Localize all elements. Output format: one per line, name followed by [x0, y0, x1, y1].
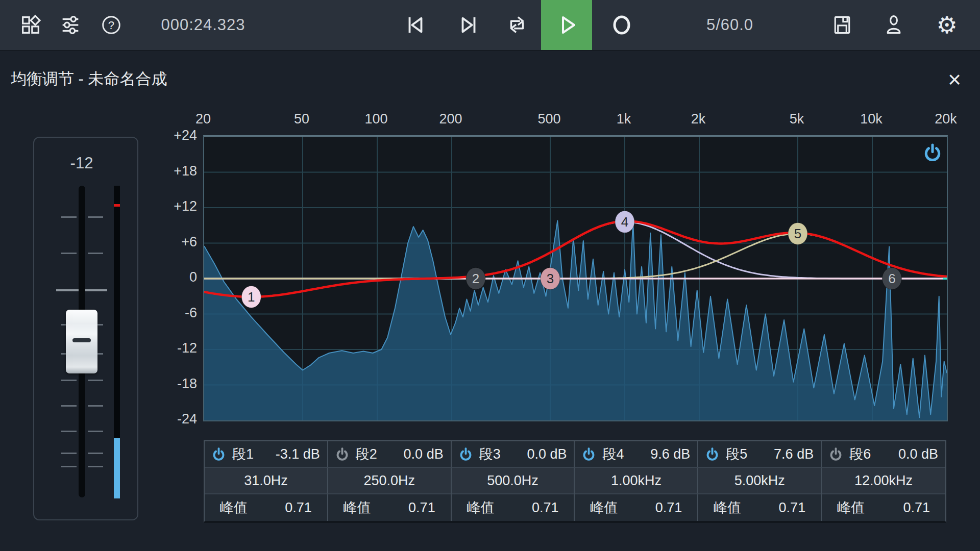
svg-text:6: 6 — [888, 271, 895, 286]
band-5-q[interactable]: 峰值0.71 — [698, 494, 822, 521]
band-5-header[interactable]: 段57.6 dB — [698, 441, 822, 468]
fader-tick — [88, 453, 103, 454]
skip-to-end-button[interactable] — [450, 0, 487, 50]
band-4-frequency[interactable]: 1.00kHz — [575, 468, 698, 494]
band-6-header[interactable]: 段60.0 dB — [822, 441, 945, 468]
band-5-handle[interactable]: 5 — [788, 222, 807, 244]
band-label: 段3 — [479, 445, 501, 463]
band-6-handle[interactable]: 6 — [882, 268, 901, 290]
meter-peak-marker — [114, 204, 120, 207]
fader-tick — [85, 289, 107, 291]
eq-power-icon[interactable] — [923, 143, 942, 162]
band-gain-value: 0.0 dB — [404, 446, 444, 462]
fader-tick — [56, 289, 79, 291]
x-tick-label: 2k — [691, 110, 706, 128]
loop-button[interactable] — [499, 0, 535, 50]
band-power-icon — [335, 447, 349, 461]
user-icon[interactable] — [875, 0, 912, 50]
y-tick-label: -12 — [148, 340, 197, 356]
fader-tick — [88, 380, 103, 381]
band-frequency-value: 250.0Hz — [363, 473, 415, 489]
band-4-handle[interactable]: 4 — [615, 211, 634, 233]
x-tick-label: 100 — [364, 110, 387, 128]
dashboard-grid-icon[interactable] — [12, 0, 49, 50]
band-2-frequency[interactable]: 250.0Hz — [328, 468, 452, 494]
tempo-display[interactable]: 5/60.0 — [679, 0, 781, 50]
band-1-q[interactable]: 峰值0.71 — [205, 494, 328, 521]
band-3-frequency[interactable]: 500.0Hz — [452, 468, 575, 494]
band-power-icon — [212, 447, 226, 461]
y-tick-label: +24 — [148, 128, 197, 143]
help-icon[interactable]: ? — [93, 0, 130, 50]
band-2-handle[interactable]: 2 — [466, 268, 485, 290]
band-6-frequency[interactable]: 12.00kHz — [822, 468, 945, 494]
band-q-value: 0.71 — [779, 500, 806, 516]
play-button[interactable] — [541, 0, 592, 50]
y-tick-label: 0 — [148, 269, 197, 285]
band-q-value: 0.71 — [532, 500, 559, 516]
skip-to-start-button[interactable] — [397, 0, 434, 50]
x-tick-label: 500 — [537, 110, 560, 128]
svg-text:?: ? — [108, 19, 114, 32]
y-tick-label: -18 — [148, 376, 197, 391]
band-power-icon — [459, 447, 473, 461]
svg-text:3: 3 — [547, 271, 554, 286]
fader-tick — [61, 380, 77, 381]
svg-text:4: 4 — [621, 214, 628, 230]
save-icon[interactable] — [824, 0, 861, 50]
settings-gear-icon[interactable]: ⚙ — [928, 0, 965, 50]
band-4-q[interactable]: 峰值0.71 — [575, 494, 698, 521]
curve-endpoint-tick — [943, 278, 947, 280]
fader-tick — [88, 431, 103, 432]
x-tick-label: 20k — [935, 110, 957, 128]
band-gain-value: 7.6 dB — [774, 446, 814, 462]
band-1-frequency[interactable]: 31.0Hz — [205, 468, 328, 494]
band-1-header[interactable]: 段1-3.1 dB — [205, 441, 328, 468]
band-3-header[interactable]: 段30.0 dB — [452, 441, 575, 468]
svg-text:1: 1 — [248, 289, 255, 305]
band-q-value: 0.71 — [903, 500, 930, 516]
band-1-handle[interactable]: 1 — [241, 286, 261, 308]
fader-handle[interactable] — [66, 310, 97, 373]
fader-tick — [61, 431, 77, 432]
close-icon[interactable]: × — [939, 64, 970, 95]
x-tick-label: 1k — [617, 110, 631, 128]
fader-tick — [61, 253, 77, 254]
x-tick-label: 20 — [195, 110, 211, 128]
band-5-frequency[interactable]: 5.00kHz — [698, 468, 822, 494]
eq-frequency-graph[interactable]: 123456 — [203, 135, 948, 421]
band-4-header[interactable]: 段49.6 dB — [575, 441, 698, 468]
band-power-icon — [582, 447, 596, 461]
band-power-icon — [829, 447, 843, 461]
band-q-label: 峰值 — [837, 498, 865, 517]
fader-tick — [88, 405, 103, 407]
band-label: 段6 — [849, 445, 871, 463]
x-tick-label: 50 — [294, 110, 309, 128]
record-button[interactable] — [603, 0, 640, 50]
band-q-label: 峰值 — [590, 498, 618, 517]
fader-tick — [88, 253, 103, 254]
band-label: 段1 — [232, 445, 254, 463]
toolbar: ? 000:24.323 — [0, 0, 980, 51]
band-6-q[interactable]: 峰值0.71 — [822, 494, 945, 521]
band-q-value: 0.71 — [655, 500, 682, 516]
band-3-q[interactable]: 峰值0.71 — [452, 494, 575, 521]
sliders-icon[interactable] — [52, 0, 89, 50]
x-tick-label: 200 — [439, 110, 462, 128]
band-gain-value: 0.0 dB — [527, 446, 567, 462]
fader-tick — [61, 453, 77, 454]
x-tick-label: 10k — [860, 110, 883, 128]
fader-tick — [88, 216, 103, 218]
y-tick-label: -24 — [148, 411, 197, 427]
band-gain-value: 0.0 dB — [898, 446, 938, 462]
band-2-header[interactable]: 段20.0 dB — [328, 441, 452, 468]
time-display[interactable]: 000:24.323 — [160, 0, 247, 50]
band-2-q[interactable]: 峰值0.71 — [328, 494, 452, 521]
band-frequency-value: 12.00kHz — [854, 473, 913, 489]
band-3-handle[interactable]: 3 — [541, 268, 560, 290]
band-gain-value: 9.6 dB — [650, 446, 690, 462]
y-tick-label: -6 — [148, 305, 197, 320]
band-frequency-value: 31.0Hz — [244, 473, 288, 489]
y-tick-label: +12 — [148, 198, 197, 214]
band-frequency-value: 500.0Hz — [487, 473, 538, 489]
